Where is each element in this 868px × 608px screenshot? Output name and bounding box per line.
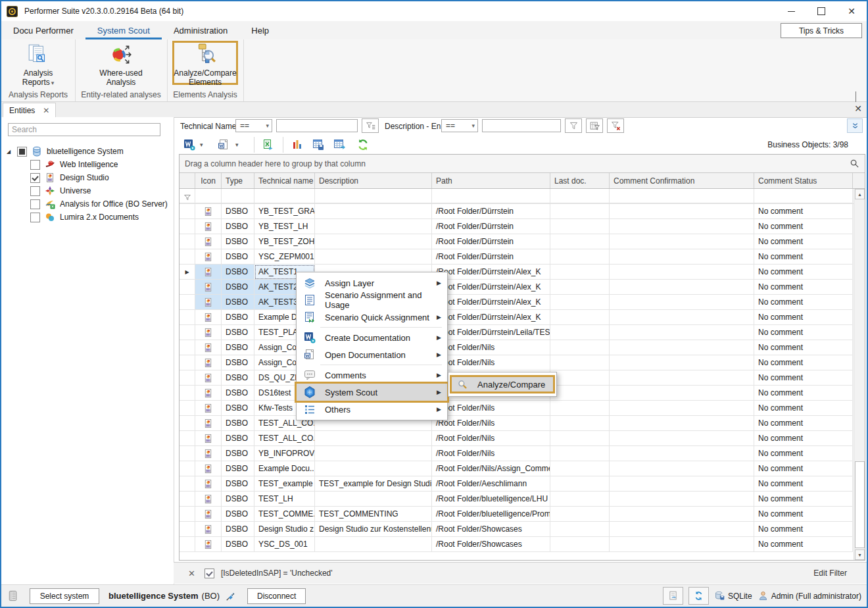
cell-type[interactable]: DSBO [222, 522, 254, 537]
cell-technical-name[interactable]: TEST_COMME... [254, 507, 315, 522]
cell-path[interactable]: /Root Folder/bluetelligence/LHU [432, 492, 550, 507]
menu-item-assign-layer[interactable]: Assign Layer▶ [297, 274, 447, 291]
cell-comment-confirmation[interactable] [610, 461, 754, 476]
menu-item-scenario-quick-assignment[interactable]: Scenario Quick Assignment▶ [297, 309, 447, 326]
cell-type[interactable]: DSBO [222, 386, 254, 401]
tree-item[interactable]: ◢bluetelligence System [1, 145, 174, 158]
cell-type[interactable]: DSBO [222, 416, 254, 431]
table-row[interactable]: DSBOAK_TEST2/Root Folder/Dürrstein/Alex_… [180, 280, 854, 295]
disconnect-button[interactable]: Disconnect [247, 588, 306, 604]
menu-item-create-documentation[interactable]: Create Documentation▶ [297, 329, 447, 346]
edit-filter-link[interactable]: Edit Filter [813, 569, 847, 578]
cell-comment-status[interactable]: No comment [754, 310, 853, 325]
cell-type[interactable]: DSBO [222, 325, 254, 340]
cell-description[interactable]: TEST_example for Design Studio [315, 476, 432, 492]
cell-description[interactable]: TEST_COMMENTING [315, 507, 432, 522]
cell-icon[interactable] [195, 431, 222, 446]
scrollbar-thumb[interactable] [855, 461, 865, 548]
cell-type[interactable]: DSBO [222, 295, 254, 310]
tree-item[interactable]: Design Studio [1, 171, 174, 184]
checkbox-unchecked[interactable] [30, 186, 40, 196]
remove-filter-icon[interactable]: ✕ [188, 569, 195, 578]
cell-description[interactable] [315, 446, 432, 461]
column-header-technical-name[interactable]: Technical name [254, 173, 315, 188]
cell-icon[interactable] [195, 204, 222, 219]
cell-comment-status[interactable]: No comment [754, 219, 853, 234]
cell-icon[interactable] [195, 386, 222, 401]
tab-docu-performer[interactable]: Docu Performer [1, 21, 85, 39]
expand-filter-panel-button[interactable] [847, 118, 863, 133]
cell-last-doc[interactable] [550, 310, 610, 325]
cell-last-doc[interactable] [550, 265, 610, 280]
cell-last-doc[interactable] [550, 234, 610, 249]
cell-last-doc[interactable] [550, 431, 610, 446]
tree-item[interactable]: Analysis for Office (BO Server) [1, 197, 174, 211]
cell-comment-confirmation[interactable] [610, 219, 754, 234]
cell-comment-status[interactable]: No comment [754, 492, 853, 507]
tab-administration[interactable]: Administration [162, 21, 239, 39]
technical-name-filter-input[interactable] [276, 119, 358, 132]
cell-icon[interactable] [195, 280, 222, 295]
cell-comment-status[interactable]: No comment [754, 295, 853, 310]
clear-filter-button[interactable] [607, 118, 624, 133]
search-input[interactable] [8, 123, 160, 136]
cell-icon[interactable] [195, 234, 222, 249]
column-header-description[interactable]: Description [315, 173, 432, 188]
checkbox-unchecked[interactable] [30, 160, 40, 170]
cell-comment-confirmation[interactable] [610, 310, 754, 325]
tab-system-scout[interactable]: System Scout [85, 21, 162, 39]
cell-type[interactable]: DSBO [222, 265, 254, 280]
cell-icon[interactable] [195, 492, 222, 507]
column-header-type[interactable]: Type [222, 173, 254, 188]
cell-description[interactable] [315, 431, 432, 446]
table-row[interactable]: DSBOTEST_PLANN/Root Folder/Dürrstein/Lei… [180, 325, 854, 340]
cell-path[interactable]: /Root Folder/Nils/Assign_Commen... [432, 461, 550, 476]
cell-type[interactable]: DSBO [222, 401, 254, 416]
cell-icon[interactable] [195, 370, 222, 386]
dropdown-caret-icon[interactable]: ▾ [200, 141, 203, 148]
cell-type[interactable]: DSBO [222, 370, 254, 386]
cell-technical-name[interactable]: Design Studio z... [254, 522, 315, 537]
load-grid-layout-button[interactable] [331, 137, 347, 153]
minimize-button[interactable] [776, 1, 806, 21]
refresh-button[interactable] [355, 137, 371, 153]
table-row[interactable]: DSBOAK_TEST3/Root Folder/Dürrstein/Alex_… [180, 295, 854, 310]
cell-path[interactable]: /Root Folder/Dürrstein/Alex_K [432, 295, 550, 310]
cell-path[interactable]: /Root Folder/Dürrstein/Alex_K [432, 310, 550, 325]
cell-description[interactable] [315, 461, 432, 476]
cell-description[interactable] [315, 234, 432, 249]
table-row[interactable]: DSBOTEST_LH/Root Folder/bluetelligence/L… [180, 492, 854, 507]
cell-icon[interactable] [195, 295, 222, 310]
cell-type[interactable]: DSBO [222, 537, 254, 552]
description-filter-input[interactable] [482, 119, 561, 132]
cell-icon[interactable] [195, 522, 222, 537]
cell-icon[interactable] [195, 219, 222, 234]
cell-icon[interactable] [195, 249, 222, 265]
tree-item[interactable]: Universe [1, 184, 174, 197]
cell-path[interactable]: /Root Folder/Nils [432, 355, 550, 370]
cell-comment-confirmation[interactable] [610, 476, 754, 492]
cell-comment-status[interactable]: No comment [754, 340, 853, 355]
analyze-compare-elements-button[interactable]: Analyze/Compare Elements [172, 41, 238, 85]
tab-close-icon[interactable]: ✕ [43, 107, 49, 114]
filter-cell[interactable] [195, 189, 222, 203]
cell-type[interactable]: DSBO [222, 234, 254, 249]
cell-comment-confirmation[interactable] [610, 416, 754, 431]
cell-type[interactable]: DSBO [222, 280, 254, 295]
export-excel-button[interactable] [260, 137, 276, 153]
cell-path[interactable]: /Root Folder/Dürrstein/Leila/TEST ... [432, 325, 550, 340]
cell-comment-status[interactable]: No comment [754, 431, 853, 446]
cell-comment-confirmation[interactable] [610, 234, 754, 249]
menu-item-scenario-assignment-and-usage[interactable]: Scenario Assignment and Usage [297, 291, 447, 309]
cell-icon[interactable] [195, 446, 222, 461]
cell-comment-status[interactable]: No comment [754, 355, 853, 370]
cell-path[interactable]: /Root Folder/Showcases [432, 537, 550, 552]
table-row[interactable]: DSBOTEST_exampleTEST_example for Design … [180, 476, 854, 492]
cell-comment-confirmation[interactable] [610, 431, 754, 446]
close-button[interactable]: ✕ [836, 1, 867, 21]
cell-path[interactable]: /Root Folder/Nils [432, 401, 550, 416]
cell-type[interactable]: DSBO [222, 492, 254, 507]
cell-type[interactable]: DSBO [222, 446, 254, 461]
apply-filter-button[interactable] [565, 118, 582, 133]
cell-last-doc[interactable] [550, 446, 610, 461]
